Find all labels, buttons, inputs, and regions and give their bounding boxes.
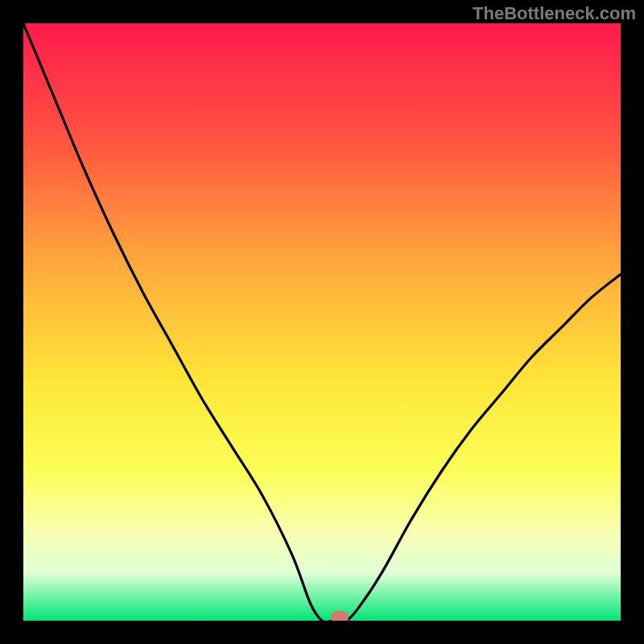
bottleneck-curve	[23, 23, 621, 621]
plot-area	[23, 23, 621, 621]
watermark-text: TheBottleneck.com	[473, 3, 636, 24]
optimal-point-marker	[331, 611, 349, 621]
curve-svg	[23, 23, 621, 621]
chart-container: TheBottleneck.com	[0, 0, 644, 644]
